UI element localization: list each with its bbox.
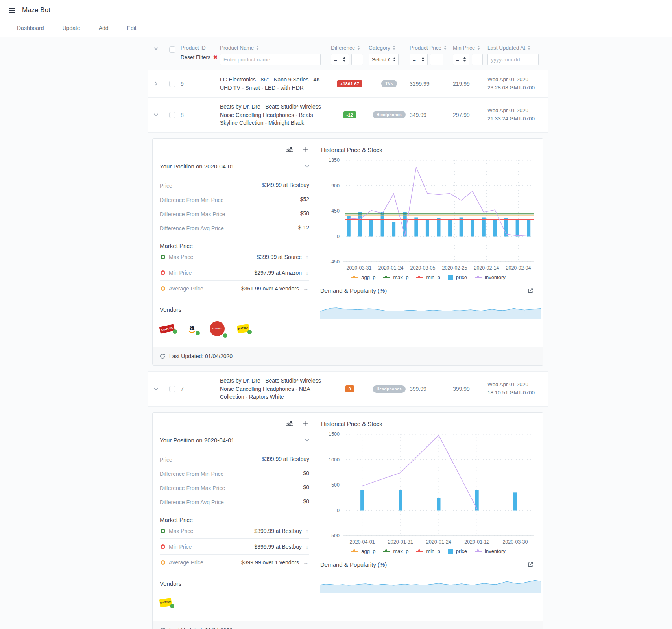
svg-text:2020-02-25: 2020-02-25: [442, 265, 467, 271]
hamburger-menu-icon[interactable]: [9, 8, 15, 13]
table-row: 8 Beats by Dr. Dre - Beats Studio³ Wirel…: [148, 97, 548, 132]
sort-icon[interactable]: [256, 46, 259, 50]
difference-filter-input[interactable]: [351, 54, 363, 65]
vendor-amazon-logo[interactable]: a: [187, 324, 197, 334]
vendor-source-logo[interactable]: SOURCE: [210, 321, 225, 336]
product-price: 349.99: [410, 112, 453, 118]
position-header[interactable]: Your Position on 2020-04-01: [160, 163, 309, 176]
market-price-title: Market Price: [160, 516, 309, 523]
row-expander-chevron-right-icon[interactable]: [154, 81, 158, 86]
column-min-price: Min Price: [453, 45, 487, 51]
svg-text:2020-03-31: 2020-03-31: [347, 265, 372, 271]
svg-text:2020-01-24: 2020-01-24: [426, 539, 451, 545]
last-updated-text: Last Updated: 01/04/2020: [169, 353, 233, 359]
tab-edit[interactable]: Edit: [127, 25, 137, 31]
demand-popularity-chart: [320, 300, 541, 319]
average-price-ring-icon: [161, 560, 165, 565]
table-header-row: Product ID Reset Filters✖ Product Name D…: [148, 43, 548, 70]
tab-dashboard[interactable]: Dashboard: [17, 25, 44, 31]
vendors-row: BEST BUY: [160, 594, 309, 611]
last-updated-filter-input[interactable]: [487, 54, 539, 65]
legend-price: price: [448, 548, 467, 554]
product-name-filter-input[interactable]: [220, 54, 321, 65]
min-price: 297.99: [453, 112, 487, 118]
chart-legend: agg_p max_p min_p price inventory: [320, 274, 537, 280]
difference-badge: -12: [343, 111, 356, 118]
market-row-average: Average Price $399.99 over 1 vendors →: [160, 555, 309, 570]
category-select[interactable]: Select Ca: [369, 54, 399, 65]
svg-text:2020-04-01: 2020-04-01: [350, 539, 375, 545]
row-checkbox[interactable]: [169, 386, 175, 392]
min-price-filter-input[interactable]: [472, 54, 483, 65]
chevron-down-icon: [305, 164, 309, 168]
position-header[interactable]: Your Position on 2020-04-01: [160, 437, 309, 450]
caret-updown-icon: [393, 57, 395, 62]
row-checkbox[interactable]: [169, 112, 175, 118]
vendor-status-dot: [170, 604, 174, 608]
sort-icon[interactable]: [477, 46, 480, 50]
vendor-staples-logo[interactable]: STAPLES: [160, 326, 174, 332]
chevron-down-icon: [305, 438, 309, 442]
legend-min-p: min_p: [416, 274, 440, 280]
svg-text:2020-01-12: 2020-01-12: [464, 539, 489, 545]
row-checkbox[interactable]: [169, 81, 175, 87]
external-link-icon[interactable]: [528, 562, 534, 568]
sort-icon[interactable]: [357, 46, 360, 50]
product-price-filter-input[interactable]: [430, 54, 443, 65]
row-expander-chevron-down-icon[interactable]: [154, 113, 158, 117]
svg-text:1350: 1350: [329, 157, 340, 163]
min-price-ring-icon: [161, 270, 165, 275]
historical-price-stock-chart: 150010005000-5002020-04-012020-01-312020…: [320, 429, 537, 546]
plus-icon[interactable]: [303, 147, 308, 152]
svg-text:0: 0: [337, 234, 340, 239]
tab-update[interactable]: Update: [63, 25, 80, 31]
detail-row: Difference From Max Price$50: [160, 210, 309, 218]
svg-text:2020-03-30: 2020-03-30: [502, 539, 528, 545]
app-title: Maze Bot: [22, 6, 50, 14]
detail-row: Difference From Min Price$0: [160, 470, 309, 478]
reset-filters-button[interactable]: Reset Filters✖: [181, 54, 220, 60]
product-name: Beats by Dr. Dre - Beats Studio³ Wireles…: [220, 377, 331, 401]
product-price: 3299.99: [410, 81, 453, 87]
amazon-smile-icon: [188, 331, 196, 334]
sort-icon[interactable]: [444, 46, 447, 50]
difference-badge: 0: [345, 385, 354, 392]
vendor-status-dot: [173, 329, 177, 334]
min-price: 219.99: [453, 81, 487, 87]
detail-row: Difference From Avg Price$0: [160, 498, 309, 507]
vendor-bestbuy-logo[interactable]: BEST BUY: [160, 599, 172, 607]
market-row-max: Max Price $399.99 at Bestbuy ↑: [160, 523, 309, 539]
vendors-title: Vendors: [160, 306, 309, 313]
plus-icon[interactable]: [303, 421, 308, 426]
external-link-icon[interactable]: [528, 288, 534, 294]
demand-popularity-title: Demand & Popularity (%): [320, 287, 387, 294]
sort-icon[interactable]: [393, 46, 395, 50]
column-product-price: Product Price: [410, 45, 453, 51]
product-detail-card: Your Position on 2020-04-01 Price$399.99…: [152, 412, 543, 629]
svg-text:450: 450: [331, 208, 340, 214]
arrow-up-icon: ↑: [306, 528, 308, 534]
chevron-down-icon[interactable]: [154, 46, 158, 51]
column-product-id: Product ID: [181, 45, 220, 51]
tab-add[interactable]: Add: [99, 25, 109, 31]
legend-agg-p: agg_p: [351, 274, 375, 280]
difference-operator-select[interactable]: =: [331, 54, 349, 65]
min-price-operator-select[interactable]: =: [453, 54, 469, 65]
legend-max-p: max_p: [383, 548, 408, 554]
sliders-filter-icon[interactable]: [286, 147, 293, 152]
svg-text:1000: 1000: [329, 457, 340, 462]
expanded-row-detail: Your Position on 2020-04-01 Price$349.99…: [148, 132, 548, 366]
sliders-filter-icon[interactable]: [286, 421, 293, 426]
vendor-bestbuy-logo[interactable]: BEST BUY: [237, 325, 249, 333]
market-row-average: Average Price $361.99 over 4 vendors →: [160, 281, 309, 296]
last-updated-at: Wed Apr 01 2020 23:28:08 GMT-0700: [487, 76, 548, 92]
select-all-checkbox[interactable]: [169, 46, 175, 53]
close-icon: ✖: [213, 54, 218, 60]
product-price: 399.99: [410, 386, 453, 392]
sort-icon[interactable]: [528, 46, 530, 50]
svg-text:2020-01-31: 2020-01-31: [388, 539, 413, 545]
row-expander-chevron-down-icon[interactable]: [154, 387, 158, 391]
product-price-operator-select[interactable]: =: [410, 54, 428, 65]
legend-inventory: inventory: [475, 548, 506, 554]
caret-updown-icon: [343, 57, 346, 62]
